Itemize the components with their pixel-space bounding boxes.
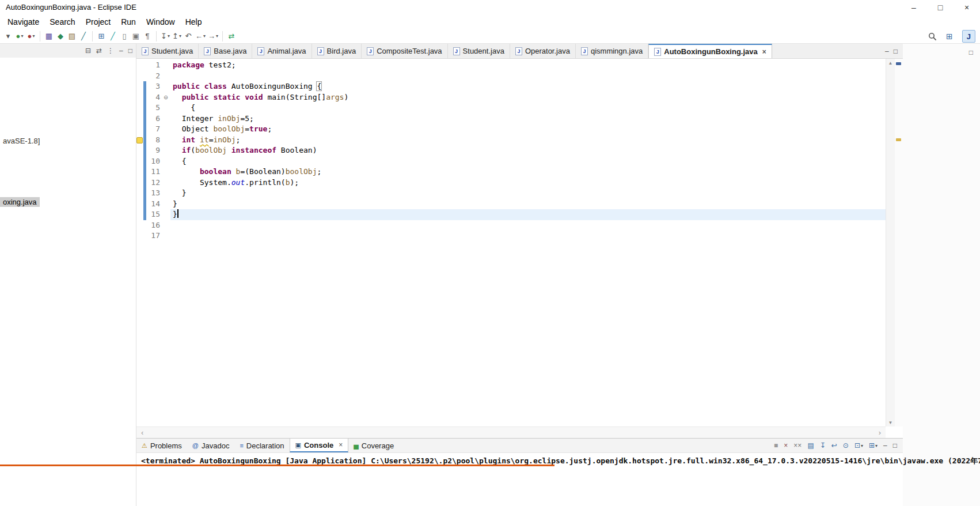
tree-item[interactable]: avaSE-1.8] <box>0 136 43 146</box>
code-line-2[interactable]: 2 <box>136 71 886 82</box>
code-line-12[interactable]: 12 System.out.println(b); <box>136 178 886 188</box>
minimize-view-icon[interactable]: – <box>119 47 123 55</box>
dropdown-arrow-icon[interactable]: ▾ <box>168 33 170 39</box>
maximize-view-icon[interactable]: □ <box>893 441 897 450</box>
code-line-1[interactable]: 1package test2; <box>136 60 886 71</box>
editor-tab-animal-java[interactable]: JAnimal.java <box>252 44 312 58</box>
coverage-launch-button[interactable]: ●▾ <box>14 30 25 43</box>
show-whitespace-button[interactable]: ¶ <box>142 30 153 43</box>
word-wrap-icon[interactable]: ↩ <box>831 441 837 450</box>
code-line-10[interactable]: 10 { <box>136 156 886 167</box>
maximize-editor-icon[interactable]: □ <box>894 47 898 55</box>
editor-tab-student-java[interactable]: JStudent.java <box>136 44 199 58</box>
display-selected-console-icon[interactable]: ⊡▾ <box>854 441 863 450</box>
code-line-13[interactable]: 13 } <box>136 188 886 199</box>
tree-item[interactable]: oxing.java <box>0 197 40 207</box>
code-text[interactable] <box>170 231 886 241</box>
code-text[interactable] <box>170 71 886 82</box>
code-line-14[interactable]: 14} <box>136 199 886 210</box>
code-line-16[interactable]: 16 <box>136 220 886 231</box>
next-annotation-button[interactable]: ↧▾ <box>159 30 171 43</box>
pin-console-icon[interactable]: ⊙ <box>843 441 849 450</box>
code-line-7[interactable]: 7 Object boolObj=true; <box>136 124 886 135</box>
code-line-4[interactable]: 4⊖ public static void main(String[]args) <box>136 92 886 103</box>
scroll-lock-icon[interactable]: ↧ <box>820 441 826 450</box>
code-text[interactable]: System.out.println(b); <box>170 178 886 188</box>
menu-window[interactable]: Window <box>141 16 180 28</box>
dropdown-arrow-icon[interactable]: ▾ <box>875 443 878 448</box>
code-text[interactable]: } <box>170 188 886 199</box>
java-editor-button[interactable]: ╱ <box>107 30 119 43</box>
editor-vertical-scrollbar[interactable]: ▲ ▼ <box>886 59 895 426</box>
editor-tab-qismmingn-java[interactable]: Jqismmingn.java <box>576 44 648 58</box>
code-line-6[interactable]: 6 Integer inObj=5; <box>136 114 886 124</box>
restore-minimized-view-icon[interactable]: □ <box>969 48 973 56</box>
code-text[interactable]: } <box>170 199 886 210</box>
code-line-5[interactable]: 5 { <box>136 103 886 114</box>
menu-search[interactable]: Search <box>44 16 80 28</box>
editor-tab-autoboxingunboxing-java[interactable]: JAutoBoxingunBoxing.java× <box>648 44 772 58</box>
view-tab-declaration[interactable]: ≡Declaration <box>234 439 289 452</box>
editor-tab-base-java[interactable]: JBase.java <box>199 44 252 58</box>
view-tab-coverage[interactable]: ▅Coverage <box>348 439 399 452</box>
java-perspective-icon[interactable]: J <box>962 30 975 43</box>
code-text[interactable]: boolean b=(Boolean)boolObj; <box>170 167 886 178</box>
terminate-icon[interactable]: ■ <box>774 441 778 450</box>
dropdown-arrow-icon[interactable]: ▾ <box>32 33 35 39</box>
code-line-15[interactable]: 15} <box>136 209 886 220</box>
plugin-button[interactable]: ⊞ <box>96 30 107 43</box>
code-text[interactable]: package test2; <box>170 60 886 71</box>
code-text[interactable]: Object boolObj=true; <box>170 124 886 135</box>
code-text[interactable]: } <box>170 209 886 220</box>
editor-tab-operator-java[interactable]: JOperator.java <box>510 44 576 58</box>
run-launch-button[interactable]: ●▾ <box>25 30 37 43</box>
code-text[interactable]: { <box>170 103 886 114</box>
link-with-editor-button[interactable]: ⇄ <box>226 30 237 43</box>
scroll-down-icon[interactable]: ▼ <box>886 418 895 426</box>
minimize-editor-icon[interactable]: – <box>885 47 889 55</box>
code-text[interactable]: if(boolObj instanceof Boolean) <box>170 145 886 156</box>
minimize-window-button[interactable]: – <box>901 0 927 15</box>
cursor-line-mark[interactable] <box>896 62 901 65</box>
back-button[interactable]: ←▾ <box>194 30 207 43</box>
code-line-3[interactable]: 3public class AutoBoxingunBoxing { <box>136 81 886 92</box>
view-tab-problems[interactable]: ⚠Problems <box>136 439 187 452</box>
remove-launch-icon[interactable]: × <box>784 441 788 450</box>
code-text[interactable] <box>170 220 886 231</box>
dropdown-arrow-icon[interactable]: ▾ <box>861 443 863 448</box>
new-java-project-button[interactable]: ▦ <box>43 30 55 43</box>
maximize-window-button[interactable]: □ <box>927 0 954 15</box>
forward-button[interactable]: →▾ <box>207 30 219 43</box>
menu-help[interactable]: Help <box>180 16 207 28</box>
minimize-view-icon[interactable]: – <box>883 441 887 450</box>
scroll-left-icon[interactable]: ‹ <box>141 428 143 437</box>
view-tab-javadoc[interactable]: @Javadoc <box>187 439 235 452</box>
code-text[interactable]: int it=inObj; <box>170 135 886 146</box>
dropdown-arrow-icon[interactable]: ▾ <box>203 33 206 39</box>
code-line-11[interactable]: 11 boolean b=(Boolean)boolObj; <box>136 167 886 178</box>
close-window-button[interactable]: × <box>954 0 980 15</box>
link-with-editor-icon[interactable]: ⇄ <box>96 47 102 55</box>
menu-navigate[interactable]: Navigate <box>2 16 44 28</box>
menu-run[interactable]: Run <box>116 16 141 28</box>
overview-ruler[interactable] <box>895 59 903 426</box>
dropdown-arrow-icon[interactable]: ▾ <box>179 33 181 39</box>
open-console-icon[interactable]: ⊞▾ <box>869 441 878 450</box>
editor-horizontal-scrollbar[interactable]: ‹ › <box>136 426 886 438</box>
dropdown-arrow-icon[interactable]: ▾ <box>216 33 218 39</box>
editor-tab-compositetest-java[interactable]: JCompositeTest.java <box>362 44 447 58</box>
code-line-17[interactable]: 17 <box>136 231 886 241</box>
editor-tab-student-java[interactable]: JStudent.java <box>448 44 510 58</box>
clear-console-icon[interactable]: ▤ <box>807 441 814 450</box>
remove-all-launches-icon[interactable]: ×× <box>793 441 802 450</box>
new-file-button[interactable]: ▯ <box>119 30 130 43</box>
dropdown-arrow-icon[interactable]: ▾ <box>21 33 23 39</box>
close-view-icon[interactable]: × <box>339 441 343 449</box>
console-status-line[interactable]: <terminated> AutoBoxingunBoxing [Java Ap… <box>141 456 980 465</box>
scroll-right-icon[interactable]: › <box>879 428 881 437</box>
search-icon[interactable] <box>928 32 937 41</box>
code-line-8[interactable]: 8 int it=inObj; <box>136 135 886 146</box>
last-edit-location-button[interactable]: ↶ <box>183 30 194 43</box>
menu-project[interactable]: Project <box>81 16 116 28</box>
open-perspective-icon[interactable]: ⊞ <box>944 30 955 43</box>
